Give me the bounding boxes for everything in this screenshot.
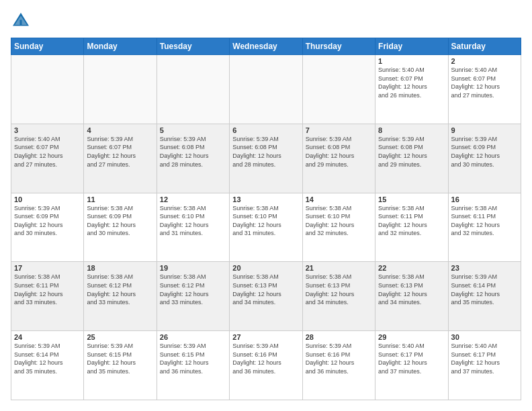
calendar-cell [302,55,375,124]
day-info: Sunrise: 5:38 AM Sunset: 6:11 PM Dayligh… [14,273,81,306]
day-number: 22 [378,264,445,272]
calendar-cell: 3Sunrise: 5:40 AM Sunset: 6:07 PM Daylig… [11,124,84,193]
day-number: 25 [87,333,153,341]
calendar-cell: 23Sunrise: 5:39 AM Sunset: 6:14 PM Dayli… [448,262,521,331]
day-info: Sunrise: 5:39 AM Sunset: 6:08 PM Dayligh… [232,135,299,169]
day-number: 27 [232,333,299,341]
calendar-cell [84,55,157,124]
calendar-cell [230,55,302,124]
day-info: Sunrise: 5:38 AM Sunset: 6:13 PM Dayligh… [306,273,372,306]
calendar-cell: 6Sunrise: 5:39 AM Sunset: 6:08 PM Daylig… [230,124,302,193]
calendar-header-sunday: Sunday [11,38,84,55]
calendar-cell [11,55,84,124]
day-number: 12 [160,195,226,203]
day-info: Sunrise: 5:39 AM Sunset: 6:15 PM Dayligh… [87,342,153,375]
day-number: 16 [451,195,518,203]
calendar-cell: 5Sunrise: 5:39 AM Sunset: 6:08 PM Daylig… [157,124,229,193]
calendar-week-2: 10Sunrise: 5:39 AM Sunset: 6:09 PM Dayli… [11,193,521,262]
calendar-cell: 11Sunrise: 5:38 AM Sunset: 6:09 PM Dayli… [84,193,157,262]
calendar-header-thursday: Thursday [302,38,375,55]
calendar-cell: 14Sunrise: 5:38 AM Sunset: 6:10 PM Dayli… [302,193,375,262]
day-number: 21 [306,264,372,272]
calendar-cell: 12Sunrise: 5:38 AM Sunset: 6:10 PM Dayli… [157,193,229,262]
calendar-cell: 9Sunrise: 5:39 AM Sunset: 6:09 PM Daylig… [448,124,521,193]
calendar-cell: 15Sunrise: 5:38 AM Sunset: 6:11 PM Dayli… [375,193,448,262]
day-number: 29 [378,333,445,341]
day-info: Sunrise: 5:38 AM Sunset: 6:12 PM Dayligh… [87,273,153,306]
day-info: Sunrise: 5:39 AM Sunset: 6:14 PM Dayligh… [14,342,81,375]
day-number: 6 [232,126,299,134]
calendar-cell: 7Sunrise: 5:39 AM Sunset: 6:08 PM Daylig… [302,124,375,193]
calendar-cell: 2Sunrise: 5:40 AM Sunset: 6:07 PM Daylig… [448,55,521,124]
day-number: 28 [306,333,372,341]
day-number: 15 [378,195,445,203]
calendar-cell: 19Sunrise: 5:38 AM Sunset: 6:12 PM Dayli… [157,262,229,331]
calendar-cell [157,55,229,124]
day-info: Sunrise: 5:38 AM Sunset: 6:10 PM Dayligh… [160,204,226,238]
calendar-cell: 25Sunrise: 5:39 AM Sunset: 6:15 PM Dayli… [84,331,157,400]
day-info: Sunrise: 5:40 AM Sunset: 6:07 PM Dayligh… [451,66,518,99]
day-info: Sunrise: 5:38 AM Sunset: 6:13 PM Dayligh… [232,273,299,306]
day-number: 1 [378,57,445,65]
day-info: Sunrise: 5:38 AM Sunset: 6:13 PM Dayligh… [378,273,445,306]
day-number: 7 [306,126,372,134]
calendar-cell: 30Sunrise: 5:40 AM Sunset: 6:17 PM Dayli… [448,331,521,400]
calendar-cell: 24Sunrise: 5:39 AM Sunset: 6:14 PM Dayli… [11,331,84,400]
calendar-cell: 13Sunrise: 5:38 AM Sunset: 6:10 PM Dayli… [230,193,302,262]
day-info: Sunrise: 5:40 AM Sunset: 6:07 PM Dayligh… [14,135,81,169]
day-number: 4 [87,126,153,134]
calendar-cell: 20Sunrise: 5:38 AM Sunset: 6:13 PM Dayli… [230,262,302,331]
calendar-header-friday: Friday [375,38,448,55]
calendar-cell: 17Sunrise: 5:38 AM Sunset: 6:11 PM Dayli… [11,262,84,331]
day-number: 11 [87,195,153,203]
day-number: 19 [160,264,226,272]
calendar-week-1: 3Sunrise: 5:40 AM Sunset: 6:07 PM Daylig… [11,124,521,193]
calendar-week-4: 24Sunrise: 5:39 AM Sunset: 6:14 PM Dayli… [11,331,521,400]
day-number: 3 [14,126,81,134]
calendar-header-tuesday: Tuesday [157,38,229,55]
day-info: Sunrise: 5:39 AM Sunset: 6:08 PM Dayligh… [160,135,226,169]
day-info: Sunrise: 5:40 AM Sunset: 6:07 PM Dayligh… [378,66,445,99]
calendar-cell: 22Sunrise: 5:38 AM Sunset: 6:13 PM Dayli… [375,262,448,331]
day-number: 17 [14,264,81,272]
calendar-week-0: 1Sunrise: 5:40 AM Sunset: 6:07 PM Daylig… [11,55,521,124]
calendar-header-row: SundayMondayTuesdayWednesdayThursdayFrid… [11,38,521,55]
day-number: 9 [451,126,518,134]
day-number: 13 [232,195,299,203]
calendar-cell: 21Sunrise: 5:38 AM Sunset: 6:13 PM Dayli… [302,262,375,331]
day-number: 23 [451,264,518,272]
day-info: Sunrise: 5:39 AM Sunset: 6:14 PM Dayligh… [451,273,518,306]
calendar-cell: 27Sunrise: 5:39 AM Sunset: 6:16 PM Dayli… [230,331,302,400]
day-number: 18 [87,264,153,272]
day-info: Sunrise: 5:38 AM Sunset: 6:09 PM Dayligh… [87,204,153,238]
calendar-cell: 18Sunrise: 5:38 AM Sunset: 6:12 PM Dayli… [84,262,157,331]
day-info: Sunrise: 5:38 AM Sunset: 6:10 PM Dayligh… [306,204,372,238]
day-number: 24 [14,333,81,341]
calendar-week-3: 17Sunrise: 5:38 AM Sunset: 6:11 PM Dayli… [11,262,521,331]
day-info: Sunrise: 5:39 AM Sunset: 6:09 PM Dayligh… [451,135,518,169]
day-info: Sunrise: 5:38 AM Sunset: 6:11 PM Dayligh… [451,204,518,238]
day-number: 20 [232,264,299,272]
calendar-header-saturday: Saturday [448,38,521,55]
calendar: SundayMondayTuesdayWednesdayThursdayFrid… [11,38,521,400]
day-info: Sunrise: 5:40 AM Sunset: 6:17 PM Dayligh… [378,342,445,375]
day-number: 10 [14,195,81,203]
day-number: 8 [378,126,445,134]
calendar-cell: 29Sunrise: 5:40 AM Sunset: 6:17 PM Dayli… [375,331,448,400]
day-number: 30 [451,333,518,341]
day-info: Sunrise: 5:39 AM Sunset: 6:09 PM Dayligh… [14,204,81,238]
day-info: Sunrise: 5:38 AM Sunset: 6:11 PM Dayligh… [378,204,445,238]
calendar-cell: 8Sunrise: 5:39 AM Sunset: 6:08 PM Daylig… [375,124,448,193]
calendar-cell: 4Sunrise: 5:39 AM Sunset: 6:07 PM Daylig… [84,124,157,193]
day-number: 26 [160,333,226,341]
day-info: Sunrise: 5:39 AM Sunset: 6:16 PM Dayligh… [306,342,372,375]
logo [11,11,32,31]
day-info: Sunrise: 5:38 AM Sunset: 6:10 PM Dayligh… [232,204,299,238]
day-number: 2 [451,57,518,65]
day-info: Sunrise: 5:40 AM Sunset: 6:17 PM Dayligh… [451,342,518,375]
day-info: Sunrise: 5:39 AM Sunset: 6:08 PM Dayligh… [378,135,445,169]
calendar-cell: 26Sunrise: 5:39 AM Sunset: 6:15 PM Dayli… [157,331,229,400]
day-info: Sunrise: 5:39 AM Sunset: 6:08 PM Dayligh… [306,135,372,169]
calendar-header-monday: Monday [84,38,157,55]
page: SundayMondayTuesdayWednesdayThursdayFrid… [0,0,532,411]
